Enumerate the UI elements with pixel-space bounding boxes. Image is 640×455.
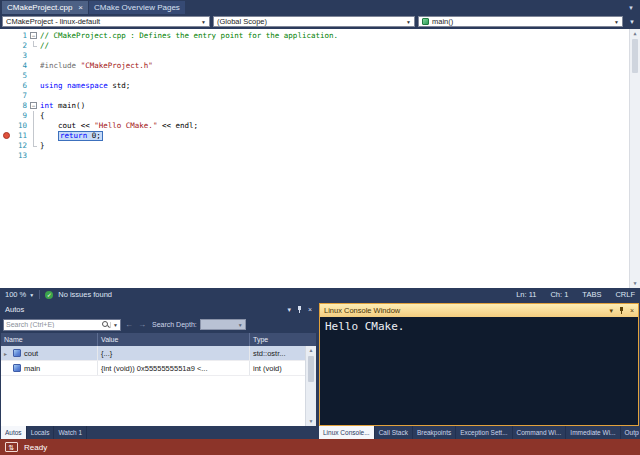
- breakpoint-margin[interactable]: [0, 131, 13, 141]
- tab-list-dropdown-icon[interactable]: ▼: [624, 5, 638, 11]
- breakpoint-margin[interactable]: [0, 101, 13, 111]
- code-line: 7: [0, 91, 629, 101]
- close-icon[interactable]: ×: [78, 4, 83, 12]
- scroll-down-icon[interactable]: ▼: [630, 279, 640, 288]
- console-output[interactable]: Hello CMake.: [320, 317, 638, 425]
- autos-scrollbar[interactable]: ▲ ▼: [305, 346, 316, 426]
- chevron-down-icon[interactable]: ▾: [609, 304, 613, 317]
- console-tab[interactable]: Breakpoints: [413, 426, 456, 439]
- chevron-down-icon[interactable]: ▼: [110, 322, 120, 328]
- fold-margin[interactable]: [29, 131, 40, 141]
- cell-name: ▸cout: [1, 346, 98, 360]
- background-tasks-icon[interactable]: ⇅: [5, 442, 18, 452]
- chevron-down-icon[interactable]: ▾: [287, 303, 291, 316]
- autos-search-box[interactable]: ▼: [3, 319, 121, 331]
- scrollbar-thumb[interactable]: [632, 39, 638, 73]
- fold-margin[interactable]: [29, 141, 40, 151]
- search-depth-combo[interactable]: ▼: [200, 319, 246, 330]
- breakpoint-margin[interactable]: [0, 91, 13, 101]
- breakpoint-margin[interactable]: [0, 121, 13, 131]
- close-icon[interactable]: ×: [630, 304, 634, 317]
- navbar-overflow-button[interactable]: ▼: [626, 16, 638, 27]
- line-number: 1: [13, 31, 29, 41]
- scroll-down-icon[interactable]: ▼: [306, 417, 316, 426]
- code-segment: << endl;: [157, 121, 198, 130]
- nav-back-button[interactable]: ←: [124, 316, 134, 333]
- autos-tab[interactable]: Locals: [27, 426, 55, 439]
- fold-margin[interactable]: [29, 41, 40, 51]
- pin-icon[interactable]: [296, 305, 303, 314]
- breakpoint-margin[interactable]: [0, 111, 13, 121]
- line-number: 6: [13, 81, 29, 91]
- autos-grid: NameValueType ▸cout{...}std::ostr...main…: [1, 333, 316, 426]
- fold-margin[interactable]: [29, 51, 40, 61]
- table-row[interactable]: main{int (void)) 0x5555555551a9 <...int …: [1, 361, 316, 376]
- breakpoint-margin[interactable]: [0, 81, 13, 91]
- fold-margin[interactable]: [29, 81, 40, 91]
- console-tab[interactable]: Command Wi...: [513, 426, 567, 439]
- code-text: // CMakeProject.cpp : Defines the entry …: [40, 31, 629, 41]
- variable-name: main: [24, 364, 40, 373]
- breakpoint-margin[interactable]: [0, 151, 13, 161]
- console-tab[interactable]: Call Stack: [375, 426, 413, 439]
- console-tab[interactable]: Exception Sett...: [456, 426, 512, 439]
- doc-tab[interactable]: CMakeProject.cpp×: [2, 1, 88, 14]
- scrollbar-thumb[interactable]: [308, 356, 314, 382]
- code-line: 11 return 0;: [0, 131, 629, 141]
- collapse-icon[interactable]: −: [30, 32, 37, 39]
- close-icon[interactable]: ×: [308, 303, 312, 316]
- search-input[interactable]: [4, 321, 101, 328]
- fold-margin[interactable]: [29, 91, 40, 101]
- grid-column-header[interactable]: Type: [250, 333, 305, 346]
- breakpoint-margin[interactable]: [0, 51, 13, 61]
- breakpoint-margin[interactable]: [0, 31, 13, 41]
- console-tab[interactable]: Immediate Wi...: [566, 426, 620, 439]
- fold-margin[interactable]: [29, 71, 40, 81]
- fold-guide: [33, 131, 34, 141]
- scope-combo[interactable]: (Global Scope) ▼: [213, 16, 415, 27]
- zoom-control[interactable]: 100 % ▼: [5, 290, 34, 299]
- grid-column-header[interactable]: Name: [1, 333, 98, 346]
- chevron-down-icon: ▼: [197, 19, 206, 25]
- variable-icon: [13, 349, 21, 357]
- breakpoint-margin[interactable]: [0, 61, 13, 71]
- breakpoint-margin[interactable]: [0, 41, 13, 51]
- expander-icon[interactable]: ▸: [4, 350, 10, 357]
- editor-vertical-scrollbar[interactable]: ▲ ▼: [629, 29, 640, 288]
- project-combo[interactable]: CMakeProject - linux-default ▼: [2, 16, 210, 27]
- pin-icon[interactable]: [618, 306, 625, 315]
- collapse-icon[interactable]: −: [30, 102, 37, 109]
- fold-margin[interactable]: [29, 61, 40, 71]
- fold-margin[interactable]: [29, 121, 40, 131]
- code-segment: [40, 121, 58, 130]
- console-tab[interactable]: Linux Console...: [319, 426, 375, 439]
- code-editor[interactable]: 1−// CMakeProject.cpp : Defines the entr…: [0, 29, 640, 288]
- code-line: 13: [0, 151, 629, 161]
- fold-margin[interactable]: [29, 151, 40, 161]
- table-row[interactable]: ▸cout{...}std::ostr...: [1, 346, 316, 361]
- code-line: 9{: [0, 111, 629, 121]
- eol-indicator: CRLF: [615, 290, 635, 299]
- fold-margin[interactable]: −: [29, 101, 40, 111]
- doc-tab-label: CMakeProject.cpp: [7, 3, 72, 12]
- document-tab-bar: CMakeProject.cpp×CMake Overview Pages ▼: [0, 0, 640, 14]
- breakpoint-icon[interactable]: [3, 132, 10, 139]
- nav-forward-button[interactable]: →: [137, 316, 147, 333]
- autos-tab[interactable]: Watch 1: [54, 426, 87, 439]
- doc-tab[interactable]: CMake Overview Pages: [89, 1, 185, 14]
- breakpoint-margin[interactable]: [0, 71, 13, 81]
- console-tab[interactable]: Output: [621, 426, 639, 439]
- breakpoint-margin[interactable]: [0, 141, 13, 151]
- fold-margin[interactable]: −: [29, 31, 40, 41]
- fold-margin[interactable]: [29, 111, 40, 121]
- issues-status[interactable]: No issues found: [58, 290, 112, 299]
- scroll-up-icon[interactable]: ▲: [306, 346, 316, 355]
- console-title-bar: Linux Console Window ▾ ×: [320, 304, 638, 317]
- scroll-up-icon[interactable]: ▲: [630, 29, 640, 38]
- grid-column-header[interactable]: Value: [98, 333, 250, 346]
- chevron-down-icon: ▼: [29, 292, 34, 298]
- health-check-icon: ✓: [45, 291, 53, 299]
- autos-tab[interactable]: Autos: [1, 426, 27, 439]
- member-combo[interactable]: main() ▼: [418, 16, 623, 27]
- code-segment: int: [40, 101, 54, 110]
